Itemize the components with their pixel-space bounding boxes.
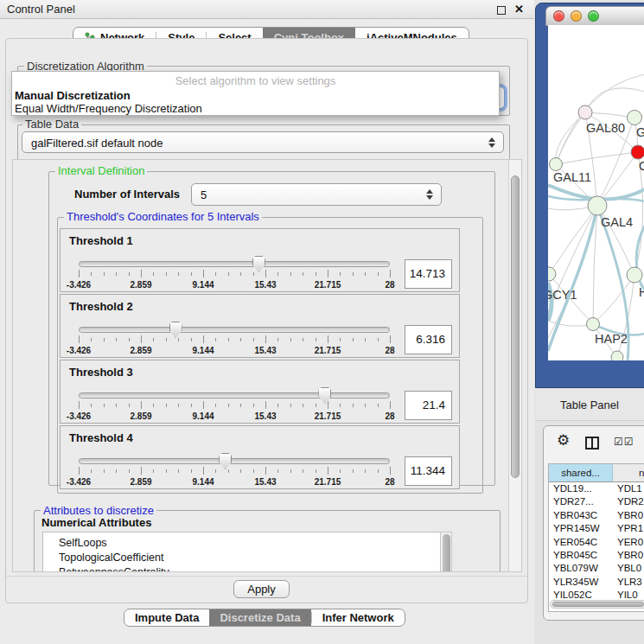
tick-mark bbox=[265, 270, 266, 277]
node-label: GAL4 bbox=[601, 215, 633, 229]
column-header-shared-name[interactable]: shared... bbox=[549, 464, 613, 481]
tick-label: 9.144 bbox=[192, 280, 214, 290]
tick-mark bbox=[215, 469, 216, 473]
threshold-value-input[interactable]: 14.713 bbox=[405, 259, 452, 289]
threshold-slider[interactable]: -3.4262.8599.14415.4321.71528 bbox=[79, 389, 390, 424]
settings-scroll-area: Interval Definition Number of Intervals … bbox=[12, 159, 519, 572]
network-node-gal11[interactable] bbox=[550, 158, 563, 171]
threshold-panel: Threshold 1-3.4262.8599.14415.4321.71528… bbox=[60, 228, 460, 292]
split-columns-icon[interactable] bbox=[585, 437, 599, 450]
select-checkboxes-icon[interactable]: ☑☑ bbox=[614, 436, 634, 448]
tick-mark bbox=[340, 404, 341, 407]
tick-mark bbox=[353, 404, 354, 407]
tick-label: 15.43 bbox=[254, 477, 276, 487]
table-row[interactable]: YBR045CYBR0 bbox=[549, 549, 644, 562]
float-window-icon[interactable] bbox=[497, 6, 506, 15]
cell-shared-name: YER054C bbox=[549, 536, 613, 549]
network-node-ga[interactable] bbox=[628, 111, 642, 125]
tab-discretize-data[interactable]: Discretize Data bbox=[209, 609, 310, 626]
minimize-traffic-light[interactable] bbox=[571, 10, 582, 22]
tick-mark bbox=[265, 401, 266, 409]
tick-mark bbox=[104, 404, 105, 407]
apply-button[interactable]: Apply bbox=[233, 580, 290, 598]
table-row[interactable]: YBL079WYBL0 bbox=[549, 562, 644, 575]
tick-mark bbox=[153, 338, 154, 341]
tick-label: 28 bbox=[385, 477, 394, 487]
column-header-name[interactable]: n bbox=[613, 464, 644, 481]
slider-track[interactable] bbox=[79, 458, 390, 464]
scrollbar-thumb[interactable] bbox=[552, 602, 644, 607]
tick-mark bbox=[328, 467, 328, 475]
table-data-combobox[interactable]: galFiltered.sif default node bbox=[22, 131, 504, 153]
network-node-gal4[interactable] bbox=[588, 196, 607, 215]
tick-mark bbox=[215, 272, 216, 276]
threshold-slider[interactable]: -3.4262.8599.14415.4321.71528 bbox=[79, 258, 390, 292]
tick-mark bbox=[228, 469, 229, 473]
tick-mark bbox=[290, 469, 291, 473]
gear-icon[interactable]: ⚙ bbox=[557, 433, 570, 448]
cell-shared-name: YPR145W bbox=[549, 522, 613, 535]
threshold-label: Threshold 1 bbox=[69, 234, 133, 247]
attribute-list-item[interactable]: SelfLoops bbox=[43, 535, 451, 550]
scrollbar-thumb[interactable] bbox=[511, 175, 520, 478]
control-panel: Control Panel ✕ Network Style Select Cyn… bbox=[0, 0, 534, 644]
tick-mark bbox=[166, 272, 167, 276]
attribute-list-item[interactable]: TopologicalCoefficient bbox=[43, 550, 451, 564]
table-row[interactable]: YLR345WYLR3 bbox=[549, 576, 644, 589]
threshold-slider[interactable]: -3.4262.8599.14415.4321.71528 bbox=[79, 455, 390, 489]
close-traffic-light[interactable] bbox=[553, 10, 564, 22]
attribute-list-item[interactable]: BetweennessCentrality bbox=[43, 564, 451, 572]
tick-mark bbox=[240, 272, 241, 276]
tick-mark bbox=[353, 272, 354, 276]
slider-ticks bbox=[79, 335, 390, 343]
settings-vertical-scrollbar[interactable] bbox=[508, 159, 522, 572]
tick-mark bbox=[353, 469, 354, 473]
threshold-value-input[interactable]: 6.316 bbox=[405, 325, 452, 354]
tick-mark bbox=[378, 469, 379, 473]
zoom-traffic-light[interactable] bbox=[588, 10, 599, 22]
network-node-gal80[interactable] bbox=[578, 105, 592, 119]
table-horizontal-scrollbar[interactable] bbox=[550, 600, 644, 609]
tick-mark bbox=[240, 338, 241, 341]
tab-impute-data[interactable]: Impute Data bbox=[124, 609, 209, 626]
tick-mark bbox=[253, 404, 254, 407]
tick-label: 2.859 bbox=[130, 280, 151, 290]
table-row[interactable]: YPR145WYPR1 bbox=[549, 522, 644, 535]
tick-label: 2.859 bbox=[130, 477, 151, 487]
network-node-c[interactable] bbox=[631, 145, 644, 159]
slider-track[interactable] bbox=[79, 261, 390, 267]
cell-name: YDR2 bbox=[613, 495, 644, 508]
slider-ticks bbox=[79, 401, 390, 409]
threshold-slider[interactable]: -3.4262.8599.14415.4321.71528 bbox=[79, 323, 390, 358]
tick-mark bbox=[365, 272, 366, 276]
network-canvas[interactable]: GAL80GACGAL11GAL4GCY1HHAP2 bbox=[548, 25, 644, 360]
number-of-intervals-combobox[interactable]: 5 bbox=[191, 183, 442, 206]
table-row[interactable]: YDL19...YDL1 bbox=[549, 482, 644, 495]
threshold-value-input[interactable]: 11.344 bbox=[405, 456, 452, 486]
table-row[interactable]: YDR27...YDR2 bbox=[549, 495, 644, 508]
threshold-label: Threshold 4 bbox=[69, 431, 133, 444]
slider-track[interactable] bbox=[79, 327, 390, 333]
table-row[interactable]: YBR043CYBR0 bbox=[549, 509, 644, 522]
node-label: HAP2 bbox=[595, 332, 628, 346]
attributes-list-scrollbar[interactable] bbox=[440, 532, 452, 572]
table-row[interactable]: YER054CYER0 bbox=[549, 536, 644, 549]
tick-mark bbox=[129, 338, 130, 341]
algorithm-option-equal-width[interactable]: Equal Width/Frequency Discretization bbox=[15, 102, 202, 115]
tick-mark bbox=[253, 469, 254, 473]
network-node[interactable] bbox=[611, 351, 623, 360]
tick-mark bbox=[328, 270, 328, 277]
algorithm-option-manual[interactable]: Manual Discretization bbox=[15, 89, 131, 102]
tick-mark bbox=[166, 338, 167, 341]
tick-mark bbox=[378, 338, 379, 341]
tick-mark bbox=[228, 338, 229, 341]
tick-mark bbox=[153, 469, 154, 473]
tick-mark bbox=[303, 469, 303, 473]
network-node-h[interactable] bbox=[627, 267, 642, 283]
threshold-value-input[interactable]: 21.4 bbox=[405, 391, 452, 420]
close-icon[interactable]: ✕ bbox=[514, 3, 524, 16]
network-node-gcy1[interactable] bbox=[548, 267, 556, 281]
network-node-hap2[interactable] bbox=[587, 318, 600, 331]
tab-infer-network[interactable]: Infer Network bbox=[312, 609, 405, 626]
slider-track[interactable] bbox=[79, 392, 390, 399]
